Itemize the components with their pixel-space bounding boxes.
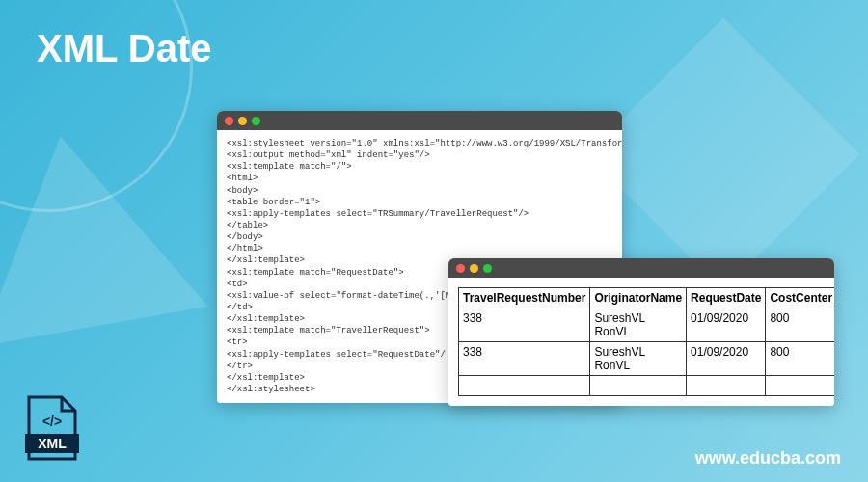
- table-cell: 800: [766, 342, 834, 376]
- page-title: XML Date: [37, 27, 212, 70]
- table-cell: 01/09/2020: [687, 308, 766, 342]
- table-row: 338SureshVL RonVL01/09/2020800: [459, 342, 835, 376]
- minimize-icon[interactable]: [238, 117, 247, 125]
- bg-square: [587, 18, 860, 291]
- table-cell: [590, 376, 687, 396]
- table-cell: 01/09/2020: [687, 342, 766, 376]
- table-row: 338SureshVL RonVL01/09/2020800: [459, 308, 835, 342]
- svg-text:</>: </>: [42, 414, 62, 429]
- table-content: TravelRequestNumber OriginatorName Reque…: [448, 278, 834, 406]
- table-cell: SureshVL RonVL: [590, 308, 687, 342]
- svg-text:XML: XML: [38, 436, 67, 451]
- table-cell: 338: [459, 308, 590, 342]
- table-cell: [687, 376, 766, 396]
- table-window: TravelRequestNumber OriginatorName Reque…: [448, 258, 834, 406]
- table-cell: SureshVL RonVL: [590, 342, 687, 376]
- xml-file-icon: XML </>: [25, 395, 79, 463]
- table-cell: [766, 376, 834, 396]
- maximize-icon[interactable]: [252, 117, 260, 125]
- watermark: www.educba.com: [695, 448, 841, 469]
- window-titlebar: [217, 111, 622, 130]
- close-icon[interactable]: [456, 264, 465, 273]
- data-table: TravelRequestNumber OriginatorName Reque…: [458, 287, 834, 396]
- col-originator: OriginatorName: [590, 288, 687, 308]
- minimize-icon[interactable]: [470, 264, 478, 273]
- close-icon[interactable]: [225, 117, 233, 125]
- table-row: [459, 376, 835, 396]
- bg-triangle: [0, 117, 208, 347]
- col-request-date: RequestDate: [687, 288, 766, 308]
- maximize-icon[interactable]: [483, 264, 492, 273]
- table-cell: [459, 376, 590, 396]
- table-header-row: TravelRequestNumber OriginatorName Reque…: [459, 288, 835, 308]
- window-titlebar: [448, 258, 834, 278]
- table-cell: 338: [459, 342, 590, 376]
- col-travel-request: TravelRequestNumber: [459, 288, 590, 308]
- table-cell: 800: [766, 308, 834, 342]
- col-cost-center: CostCenter: [766, 288, 834, 308]
